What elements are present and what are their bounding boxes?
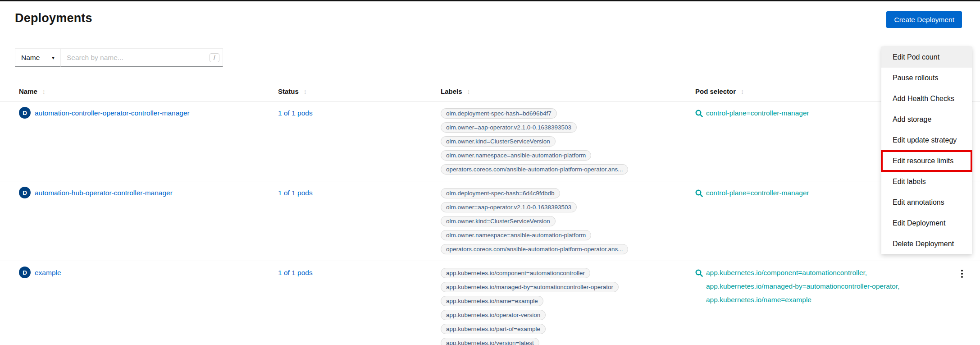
menu-item[interactable]: Edit labels bbox=[881, 171, 972, 192]
filter-toolbar: Name ▾ / bbox=[15, 48, 980, 67]
deployment-name-link[interactable]: example bbox=[35, 268, 61, 278]
menu-item-label: Delete Deployment bbox=[893, 240, 954, 248]
label-pill[interactable]: olm.owner=aap-operator.v2.1.0-0.16383935… bbox=[441, 202, 577, 212]
menu-item-label: Pause rollouts bbox=[893, 74, 938, 82]
pods-status-link[interactable]: 1 of 1 pods bbox=[278, 269, 313, 276]
menu-item[interactable]: Edit annotations bbox=[881, 192, 972, 213]
menu-item-label: Add Health Checks bbox=[893, 95, 954, 103]
kebab-menu-icon[interactable] bbox=[957, 268, 967, 345]
pod-selector-line[interactable]: app.kubernetes.io/managed-by=automationc… bbox=[706, 280, 900, 293]
deployment-name-link[interactable]: automation-controller-operator-controlle… bbox=[35, 108, 190, 118]
menu-item[interactable]: Edit update strategy bbox=[881, 130, 972, 151]
labels-cell: app.kubernetes.io/component=automationco… bbox=[441, 261, 695, 345]
table-row: D example 1 of 1 pods app.kubernetes.io/… bbox=[0, 261, 980, 345]
deployment-resource-badge: D bbox=[19, 107, 31, 119]
label-pill[interactable]: olm.owner.kind=ClusterServiceVersion bbox=[441, 136, 556, 147]
label-pill[interactable]: olm.deployment-spec-hash=bd696b4f7 bbox=[441, 108, 557, 119]
sort-icon[interactable]: ↕ bbox=[741, 88, 744, 95]
menu-item[interactable]: Edit Deployment bbox=[881, 213, 972, 234]
pod-selector-link[interactable]: control-plane=controller-manager bbox=[706, 106, 809, 120]
chevron-down-icon: ▾ bbox=[52, 55, 55, 61]
column-header-label: Status bbox=[278, 87, 299, 95]
sort-icon[interactable]: ↕ bbox=[42, 88, 46, 95]
column-header-label: Pod selector bbox=[695, 87, 736, 95]
column-header-label: Name bbox=[19, 87, 37, 95]
label-pill[interactable]: app.kubernetes.io/operator-version bbox=[441, 310, 546, 320]
kebab-cell bbox=[944, 261, 980, 345]
search-icon bbox=[695, 189, 703, 199]
menu-item-label: Edit resource limits bbox=[893, 157, 953, 165]
menu-item-label: Edit annotations bbox=[893, 198, 944, 207]
page-title: Deployments bbox=[15, 11, 92, 25]
menu-item-label: Edit Deployment bbox=[893, 219, 945, 227]
menu-item[interactable]: Add Health Checks bbox=[881, 88, 972, 109]
status-cell: 1 of 1 pods bbox=[278, 101, 441, 181]
table-row: D automation-hub-operator-controller-man… bbox=[0, 181, 980, 261]
pod-selector-line[interactable]: control-plane=controller-manager bbox=[706, 186, 809, 200]
label-pill[interactable]: operators.coreos.com/ansible-automation-… bbox=[441, 164, 628, 175]
menu-item-label: Add storage bbox=[893, 115, 931, 124]
deployment-resource-badge: D bbox=[19, 187, 31, 198]
menu-item[interactable]: Add storage bbox=[881, 109, 972, 130]
name-cell: D automation-hub-operator-controller-man… bbox=[19, 181, 278, 261]
column-header[interactable]: Labels ↕ bbox=[441, 83, 695, 101]
menu-item[interactable]: Edit Pod count bbox=[881, 47, 972, 68]
status-cell: 1 of 1 pods bbox=[278, 181, 441, 261]
status-cell: 1 of 1 pods bbox=[278, 261, 441, 345]
label-pill[interactable]: app.kubernetes.io/managed-by=automationc… bbox=[441, 282, 619, 292]
actions-dropdown-menu: Edit Pod count Pause rollouts Add Health… bbox=[881, 47, 972, 254]
label-pill[interactable]: olm.owner.namespace=ansible-automation-p… bbox=[441, 230, 591, 240]
search-input[interactable] bbox=[61, 54, 210, 62]
table-body: D automation-controller-operator-control… bbox=[0, 101, 980, 345]
label-pill[interactable]: operators.coreos.com/ansible-automation-… bbox=[441, 244, 628, 254]
name-cell: D example bbox=[19, 261, 278, 345]
pod-selector-cell: app.kubernetes.io/component=automationco… bbox=[695, 261, 944, 345]
filter-type-dropdown[interactable]: Name ▾ bbox=[15, 48, 61, 67]
pod-selector-line[interactable]: app.kubernetes.io/component=automationco… bbox=[706, 266, 900, 280]
label-pill[interactable]: olm.owner=aap-operator.v2.1.0-0.16383935… bbox=[441, 122, 577, 133]
search-icon bbox=[695, 110, 703, 119]
pods-status-link[interactable]: 1 of 1 pods bbox=[278, 109, 313, 117]
search-box: / bbox=[61, 48, 223, 67]
deployment-resource-badge: D bbox=[19, 267, 31, 278]
label-pill[interactable]: app.kubernetes.io/version=latest bbox=[441, 338, 539, 345]
pod-selector-line[interactable]: app.kubernetes.io/name=example bbox=[706, 293, 900, 307]
column-header-label: Labels bbox=[441, 87, 462, 95]
menu-item[interactable]: Delete Deployment bbox=[881, 234, 972, 254]
labels-cell: olm.deployment-spec-hash=bd696b4f7olm.ow… bbox=[441, 101, 695, 181]
menu-item-label: Edit labels bbox=[893, 178, 926, 186]
menu-item[interactable]: Edit resource limits bbox=[881, 151, 972, 171]
pod-selector-link[interactable]: control-plane=controller-manager bbox=[706, 186, 809, 200]
name-cell: D automation-controller-operator-control… bbox=[19, 101, 278, 181]
column-header[interactable]: Status ↕ bbox=[278, 83, 441, 101]
label-pill[interactable]: olm.owner.namespace=ansible-automation-p… bbox=[441, 150, 591, 161]
table-header-row: Name ↕ Status ↕ Labels ↕ Pod selector ↕ bbox=[0, 83, 980, 101]
label-pill[interactable]: app.kubernetes.io/component=automationco… bbox=[441, 268, 590, 278]
menu-item-label: Edit Pod count bbox=[893, 53, 939, 61]
label-pill[interactable]: olm.deployment-spec-hash=6d4c9fdbdb bbox=[441, 188, 560, 198]
filter-type-label: Name bbox=[21, 54, 40, 62]
table-row: D automation-controller-operator-control… bbox=[0, 101, 980, 181]
page-header: Deployments Create Deployment bbox=[0, 1, 980, 28]
label-pill[interactable]: app.kubernetes.io/part-of=example bbox=[441, 324, 546, 334]
pod-selector-link[interactable]: app.kubernetes.io/component=automationco… bbox=[706, 266, 900, 307]
sort-icon[interactable]: ↕ bbox=[467, 88, 470, 95]
label-pill[interactable]: olm.owner.kind=ClusterServiceVersion bbox=[441, 216, 556, 226]
menu-item[interactable]: Pause rollouts bbox=[881, 68, 972, 88]
pod-selector-line[interactable]: control-plane=controller-manager bbox=[706, 106, 809, 120]
deployment-name-link[interactable]: automation-hub-operator-controller-manag… bbox=[35, 188, 173, 198]
menu-item-label: Edit update strategy bbox=[893, 136, 957, 144]
keyboard-shortcut-badge: / bbox=[210, 53, 219, 62]
label-pill[interactable]: app.kubernetes.io/name=example bbox=[441, 296, 543, 306]
pods-status-link[interactable]: 1 of 1 pods bbox=[278, 189, 313, 197]
labels-cell: olm.deployment-spec-hash=6d4c9fdbdbolm.o… bbox=[441, 181, 695, 261]
deployments-table: Name ↕ Status ↕ Labels ↕ Pod selector ↕ … bbox=[0, 83, 980, 345]
column-header[interactable]: Name ↕ bbox=[19, 83, 278, 101]
sort-icon[interactable]: ↕ bbox=[304, 88, 307, 95]
search-icon bbox=[695, 269, 703, 279]
create-deployment-button[interactable]: Create Deployment bbox=[886, 11, 962, 28]
